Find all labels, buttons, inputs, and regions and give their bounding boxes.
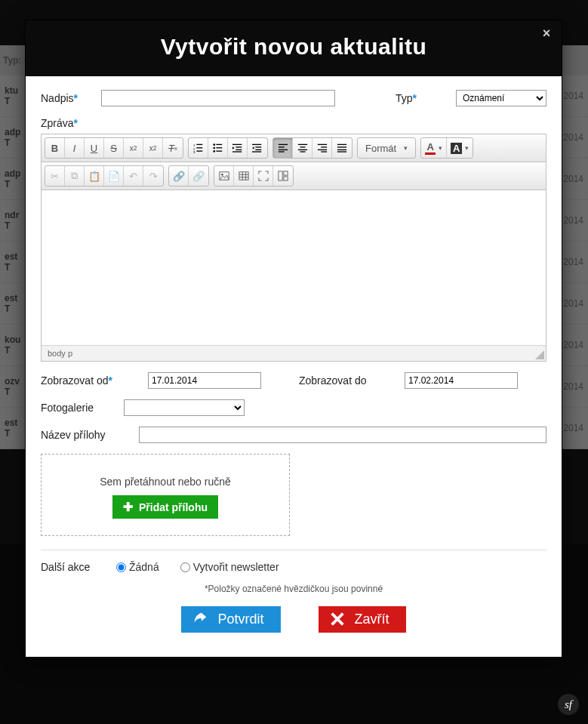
svg-rect-46	[284, 171, 288, 175]
indent-button[interactable]	[248, 138, 267, 158]
svg-rect-40	[239, 172, 248, 180]
bg-color-button[interactable]: A	[447, 138, 473, 158]
table-button[interactable]	[234, 166, 254, 186]
resize-grip-icon[interactable]	[535, 350, 544, 359]
add-attachment-label: Přidat přílohu	[139, 501, 208, 513]
align-left-button[interactable]	[273, 138, 293, 158]
svg-rect-13	[236, 146, 242, 147]
svg-marker-16	[232, 146, 235, 149]
zobrazovat-do-input[interactable]	[405, 372, 518, 389]
radio-none-label: Žádná	[129, 561, 159, 573]
paste-button[interactable]: 📋	[85, 166, 104, 186]
group-lists: 123	[188, 137, 268, 159]
group-insert	[214, 165, 294, 186]
radio-newsletter[interactable]: Vytvořit newsletter	[180, 561, 279, 573]
svg-rect-9	[216, 147, 222, 148]
add-attachment-button[interactable]: ✚ Přidat přílohu	[112, 495, 218, 519]
typ-select[interactable]: Oznámení	[456, 90, 546, 106]
svg-rect-35	[337, 146, 346, 147]
subscript-button[interactable]: x2	[124, 138, 143, 158]
link-button[interactable]: 🔗	[169, 166, 189, 186]
svg-rect-32	[317, 149, 326, 150]
editor-content-area[interactable]	[42, 190, 546, 345]
editor-elements-path[interactable]: body p	[48, 349, 72, 358]
svg-rect-5	[196, 151, 202, 152]
fotogalerie-select[interactable]	[124, 399, 245, 416]
image-button[interactable]	[214, 166, 234, 186]
separator	[41, 550, 546, 550]
zobrazovat-do-label: Zobrazovat do	[299, 374, 397, 387]
strike-button[interactable]: S	[104, 138, 124, 158]
svg-rect-29	[300, 151, 305, 152]
nadpis-label: Nadpis*	[41, 92, 94, 104]
close-icon[interactable]: ×	[539, 26, 554, 42]
align-right-button[interactable]	[312, 138, 332, 158]
dalsi-akce-label: Další akce	[41, 561, 109, 573]
svg-rect-11	[216, 151, 222, 152]
svg-point-39	[221, 174, 223, 176]
align-center-button[interactable]	[293, 138, 312, 158]
svg-rect-20	[252, 151, 261, 152]
paste-word-button[interactable]: 📄	[104, 166, 124, 186]
svg-rect-24	[278, 149, 287, 150]
italic-button[interactable]: I	[65, 138, 85, 158]
svg-rect-47	[284, 177, 288, 180]
radio-newsletter-input[interactable]	[180, 562, 190, 572]
bold-button[interactable]: B	[45, 138, 65, 158]
editor-status-bar: body p	[42, 345, 546, 361]
redo-button[interactable]: ↷	[143, 166, 163, 186]
ul-button[interactable]	[208, 138, 228, 158]
svg-rect-19	[255, 149, 261, 150]
remove-format-button[interactable]: Tx	[163, 138, 183, 158]
plus-icon: ✚	[123, 500, 133, 514]
radio-newsletter-label: Vytvořit newsletter	[193, 561, 279, 573]
svg-rect-27	[300, 146, 305, 147]
radio-none[interactable]: Žádná	[116, 561, 159, 573]
modal-body: Nadpis* Typ* Oznámení Zpráva* B I U S x2…	[26, 76, 562, 657]
nazev-prilohy-input[interactable]	[139, 427, 546, 443]
svg-point-6	[213, 143, 215, 146]
svg-rect-36	[337, 149, 346, 150]
svg-rect-23	[278, 146, 284, 147]
svg-rect-45	[279, 171, 282, 180]
modal-footer-buttons: Potvrdit Zavřít	[41, 602, 546, 649]
nazev-prilohy-label: Název přílohy	[41, 429, 131, 441]
share-arrow-icon	[192, 611, 208, 627]
row-nazev-prilohy: Název přílohy	[41, 427, 546, 443]
maximize-button[interactable]	[254, 166, 273, 186]
cut-button[interactable]: ✂	[45, 166, 65, 186]
svg-rect-1	[196, 144, 202, 145]
confirm-button[interactable]: Potvrdit	[181, 606, 280, 633]
text-color-button[interactable]: A	[421, 138, 447, 158]
outdent-button[interactable]	[228, 138, 248, 158]
close-button[interactable]: Zavřít	[319, 606, 406, 633]
svg-rect-12	[232, 144, 242, 145]
align-justify-button[interactable]	[332, 138, 352, 158]
group-textstyle: B I U S x2 x2 Tx	[45, 137, 183, 159]
svg-rect-7	[216, 144, 222, 145]
svg-marker-21	[252, 146, 254, 149]
typ-label: Typ*	[396, 92, 448, 104]
unlink-button[interactable]: 🔗	[189, 166, 208, 186]
symfony-badge-icon[interactable]: sf	[558, 694, 579, 715]
svg-rect-28	[297, 149, 306, 150]
radio-none-input[interactable]	[116, 562, 126, 572]
row-nadpis-typ: Nadpis* Typ* Oznámení	[41, 90, 546, 106]
svg-rect-31	[321, 146, 327, 147]
show-blocks-button[interactable]	[273, 166, 293, 186]
superscript-button[interactable]: x2	[143, 138, 163, 158]
svg-rect-14	[236, 149, 242, 150]
nadpis-input[interactable]	[101, 90, 335, 106]
modal-header: Vytvořit novou aktualitu ×	[26, 20, 562, 76]
svg-rect-15	[232, 151, 242, 152]
attachment-dropzone[interactable]: Sem přetáhnout nebo ručně ✚ Přidat přílo…	[41, 454, 290, 536]
row-zprava: Zpráva* B I U S x2 x2 Tx 123	[41, 117, 546, 362]
zobrazovat-od-input[interactable]	[148, 372, 261, 389]
group-clipboard: ✂ ⧉ 📋 📄 ↶ ↷	[45, 165, 164, 186]
svg-rect-17	[252, 144, 261, 145]
format-dropdown[interactable]: Formát	[358, 138, 415, 158]
undo-button[interactable]: ↶	[124, 166, 143, 186]
copy-button[interactable]: ⧉	[65, 166, 85, 186]
ol-button[interactable]: 123	[189, 138, 208, 158]
underline-button[interactable]: U	[85, 138, 104, 158]
